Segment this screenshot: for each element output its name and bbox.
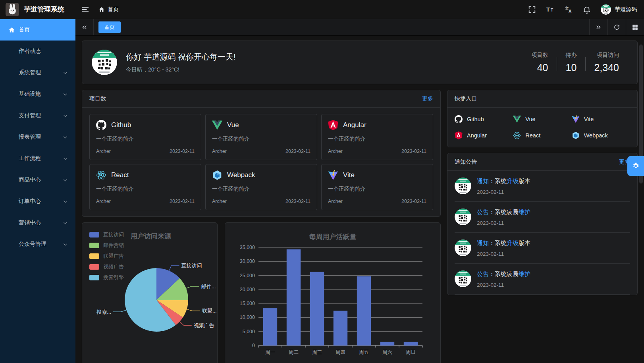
project-author: Archer <box>96 149 111 154</box>
breadcrumb[interactable]: 首页 <box>98 6 119 13</box>
tab-home[interactable]: 首页 <box>98 21 121 33</box>
notice-title-part[interactable]: 通知 <box>477 239 489 246</box>
notice-title-part[interactable]: 公告 <box>477 270 489 277</box>
svg-text:T: T <box>546 6 550 12</box>
project-footer: Archer 2023-02-11 <box>328 199 426 204</box>
notice-title-part[interactable]: 升级 <box>507 178 519 184</box>
visit-source-chart-card: 用户访问来源 直接访问 邮件营销 联盟广告 视频广告 搜索引擎 直接访问邮件..… <box>82 222 218 363</box>
stat-label: 项目数 <box>531 52 548 59</box>
notice-item[interactable]: 公告：系统凌晨维护 2023-02-11 <box>455 264 630 295</box>
project-desc: 一个正经的简介 <box>212 185 310 193</box>
sidebar-item[interactable]: 支付管理 <box>0 105 75 126</box>
sidebar-item[interactable]: 报表管理 <box>0 126 75 148</box>
project-card[interactable]: Angular 一个正经的简介 Archer 2023-02-11 <box>321 114 433 160</box>
svg-text:周日: 周日 <box>406 349 416 355</box>
tabs-scroll-left-button[interactable] <box>75 19 94 35</box>
user-menu[interactable]: 芋道源码 <box>601 4 637 15</box>
project-card-head: React <box>96 170 195 180</box>
chevron-down-icon <box>63 92 68 97</box>
fullscreen-icon[interactable] <box>528 5 536 14</box>
sidebar-item-label: 首页 <box>19 26 30 33</box>
project-footer: Archer 2023-02-11 <box>212 149 310 154</box>
notice-title-part[interactable]: 公告 <box>477 209 489 215</box>
project-card-head: Vite <box>328 170 426 180</box>
chevron-down-icon <box>63 70 68 75</box>
sidebar-item-label: 公众号管理 <box>19 241 46 248</box>
project-desc: 一个正经的简介 <box>96 135 195 143</box>
stat-label: 项目访问 <box>594 52 619 59</box>
legend-item[interactable]: 直接访问 <box>89 231 124 238</box>
refresh-button[interactable] <box>607 19 626 35</box>
shortcut-item[interactable]: Vite <box>572 115 630 123</box>
shortcut-item[interactable]: Github <box>455 115 513 123</box>
shortcut-label: Vue <box>525 116 535 122</box>
legend-item[interactable]: 联盟广告 <box>89 253 124 260</box>
font-size-icon[interactable]: TT <box>546 5 555 14</box>
legend-item[interactable]: 搜索引擎 <box>89 274 124 281</box>
svg-text:直接访问: 直接访问 <box>181 263 202 268</box>
sidebar-item[interactable]: 工作流程 <box>0 148 75 169</box>
notice-item[interactable]: 通知：系统升级版本 2023-02-11 <box>455 171 630 202</box>
notice-title-part[interactable]: 通知 <box>477 178 489 184</box>
projects-card-header: 项目数 更多 <box>82 90 440 108</box>
grid-icon <box>632 24 638 31</box>
svg-text:T: T <box>551 8 553 12</box>
locale-icon[interactable]: 文A <box>564 5 573 14</box>
shortcut-item[interactable]: Vue <box>513 115 571 123</box>
sidebar-item[interactable]: 营销中心 <box>0 212 75 234</box>
notice-title-part[interactable]: 维护 <box>519 209 530 215</box>
breadcrumb-item-home[interactable]: 首页 <box>108 6 119 13</box>
svg-text:邮件...: 邮件... <box>201 284 216 290</box>
sidebar-item[interactable]: 商品中心 <box>0 169 75 191</box>
project-card[interactable]: Github 一个正经的简介 Archer 2023-02-11 <box>89 114 201 160</box>
project-card[interactable]: Webpack 一个正经的简介 Archer 2023-02-11 <box>205 164 317 210</box>
project-author: Archer <box>96 199 111 204</box>
svg-text:0: 0 <box>252 343 255 348</box>
shortcut-item[interactable]: Webpack <box>572 131 630 139</box>
shortcuts-card-title: 快捷入口 <box>455 95 477 102</box>
project-desc: 一个正经的简介 <box>328 185 426 193</box>
project-card[interactable]: React 一个正经的简介 Archer 2023-02-11 <box>89 164 201 210</box>
sidebar-item[interactable]: 基础设施 <box>0 83 75 105</box>
bell-icon[interactable] <box>582 5 591 14</box>
user-qr-avatar <box>92 50 117 75</box>
project-card[interactable]: Vue 一个正经的简介 Archer 2023-02-11 <box>205 114 317 160</box>
shortcut-item[interactable]: React <box>513 131 571 139</box>
welcome-stats: 项目数 40 待办 10 项目访问 2,340 <box>523 52 628 73</box>
shortcut-item[interactable]: Angular <box>455 131 513 139</box>
legend-item[interactable]: 邮件营销 <box>89 242 124 249</box>
project-card[interactable]: Vite 一个正经的简介 Archer 2023-02-11 <box>321 164 433 210</box>
project-name: Vue <box>227 121 239 129</box>
notice-title-part[interactable]: 维护 <box>519 270 530 277</box>
settings-button[interactable] <box>627 156 644 176</box>
notice-title: 通知：系统升级版本 <box>477 239 530 247</box>
sidebar-item[interactable]: 首页 <box>0 19 75 41</box>
notice-item[interactable]: 公告：系统凌晨维护 2023-02-11 <box>455 202 630 233</box>
projects-card: 项目数 更多 Github 一个正经的简介 Archer 2023-02-11 … <box>82 90 441 217</box>
notice-title-part[interactable]: 升级 <box>507 239 519 246</box>
app-title: 芋道管理系统 <box>24 5 64 14</box>
sidebar-item[interactable]: 订单中心 <box>0 191 75 212</box>
stat-value: 40 <box>531 62 548 73</box>
stat-value: 10 <box>565 62 577 73</box>
project-footer: Archer 2023-02-11 <box>212 199 310 204</box>
notice-item[interactable]: 通知：系统升级版本 2023-02-11 <box>455 233 630 264</box>
stat-item: 项目访问 2,340 <box>585 52 628 73</box>
project-footer: Archer 2023-02-11 <box>96 199 195 204</box>
sidebar-collapse-icon[interactable] <box>81 5 90 14</box>
logo-zone[interactable]: 芋道管理系统 <box>0 3 75 16</box>
shortcut-icon <box>572 115 580 123</box>
sidebar-item[interactable]: 作者动态 <box>0 41 75 62</box>
shortcut-label: Angular <box>467 132 487 139</box>
chevron-down-icon <box>63 242 68 247</box>
project-icon <box>328 120 338 130</box>
projects-more-link[interactable]: 更多 <box>422 95 433 102</box>
home-icon <box>98 6 105 13</box>
layout-grid-button[interactable] <box>626 19 644 35</box>
legend-item[interactable]: 视频广告 <box>89 263 124 270</box>
sidebar-item[interactable]: 公众号管理 <box>0 234 75 255</box>
shortcut-grid: Github Vue Vite Angular React Webpack <box>447 108 637 147</box>
tabs-scroll-right-button[interactable] <box>589 19 607 35</box>
sidebar-item[interactable]: 系统管理 <box>0 62 75 83</box>
shortcut-label: Webpack <box>584 132 608 139</box>
